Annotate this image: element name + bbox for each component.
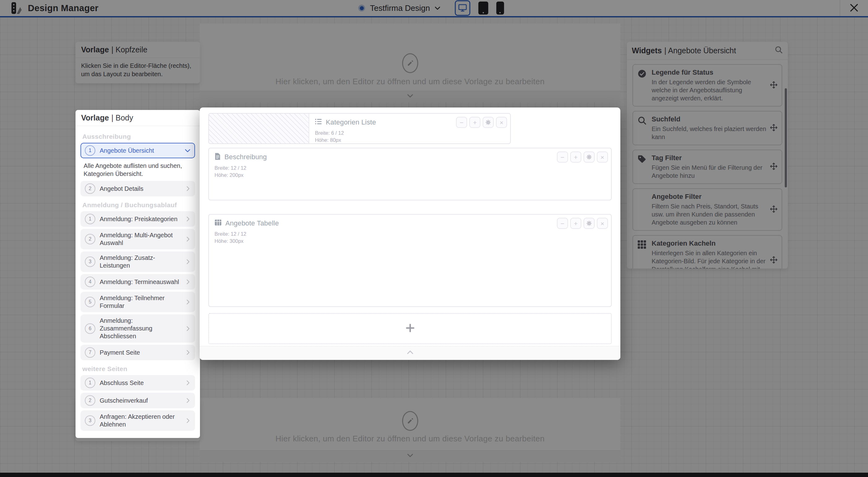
item-number: 1 [85,378,95,388]
block-controls: −+× [456,117,507,128]
layout-rows: Kategorien ListeBreite: 6 / 12Höhe: 80px… [208,113,612,307]
plus-icon [405,323,415,334]
block-height-label: Höhe: 300px [215,238,606,245]
remove-button[interactable]: × [597,151,608,162]
item-number: 2 [85,183,95,194]
layout-block-row[interactable]: BeschreibungBreite: 12 / 12Höhe: 200px−+… [208,148,612,200]
body-panel: Vorlage| Body Ausschreibung1Angebote Übe… [75,110,200,438]
block-width-label: Breite: 12 / 12 [215,231,606,238]
block-height-label: Höhe: 80px [315,137,504,144]
section-label: weitere Seiten [82,365,193,372]
settings-button[interactable] [584,151,595,162]
chevron-right-icon [185,380,191,386]
section-label: Ausschreibung [82,133,193,140]
item-label: Angebot Details [100,185,180,193]
item-number: 1 [85,214,95,224]
chevron-up-icon [406,348,414,358]
item-label: Anmeldung: Multi-Angebot Auswahl [100,231,180,247]
chevron-right-icon [185,349,191,356]
item-number: 4 [85,277,95,287]
sidebar-item[interactable]: 3Anmeldung: Zusatz-Leistungen [81,251,195,272]
add-block-row[interactable] [208,313,612,344]
item-number: 6 [85,323,95,334]
block-width-label: Breite: 12 / 12 [215,165,606,172]
item-label: Abschluss Seite [100,379,180,387]
chevron-right-icon [185,278,191,285]
block-offset-placeholder [209,114,309,143]
block-height-label: Höhe: 200px [215,172,606,179]
chevron-right-icon [185,185,191,192]
body-panel-title: Vorlage| Body [75,110,200,126]
item-description: Alle Angebote auflisten und suchen, Kate… [81,160,195,181]
item-number: 5 [85,297,95,307]
panel-title-brand: Vorlage [81,113,109,122]
document-icon [215,153,221,161]
chevron-right-icon [185,325,191,332]
table-icon [215,219,222,227]
chevron-right-icon [185,417,191,424]
settings-button[interactable] [584,218,595,229]
item-label: Anfragen: Akzeptieren oder Ablehnen [100,413,180,428]
decrease-width-button[interactable]: − [456,117,467,128]
sidebar-item[interactable]: 6Anmeldung: Zusammenfassung Abschliessen [81,315,195,342]
increase-width-button[interactable]: + [570,151,581,162]
decrease-width-button[interactable]: − [557,151,568,162]
chevron-right-icon [185,299,191,305]
item-label: Anmeldung: Preiskategorien [100,215,180,223]
layout-block-row[interactable]: Kategorien ListeBreite: 6 / 12Höhe: 80px… [208,113,511,144]
sidebar-item[interactable]: 1Abschluss Seite [81,375,195,391]
remove-button[interactable]: × [597,218,608,229]
layout-editor-modal: Kategorien ListeBreite: 6 / 12Höhe: 80px… [200,108,620,360]
item-number: 7 [85,347,95,358]
block-width-label: Breite: 6 / 12 [315,129,504,137]
block-title: Kategorien Liste [326,118,376,126]
panel-title-rest: | Body [112,113,133,122]
section-label: Anmeldung / Buchungsablauf [82,201,193,209]
block-title: Angebote Tabelle [225,219,279,227]
block-controls: −+× [557,218,608,229]
sidebar-item[interactable]: 7Payment Seite [81,345,195,360]
increase-width-button[interactable]: + [469,117,480,128]
sidebar-item[interactable]: 2Gutscheinverkauf [81,393,195,408]
settings-button[interactable] [483,117,494,128]
sidebar-item[interactable]: 1Angebote Übersicht [81,143,195,158]
item-label: Angebote Übersicht [100,147,180,154]
block-title: Beschreibung [224,153,267,161]
list-icon [315,118,322,126]
block-controls: −+× [557,151,608,162]
decrease-width-button[interactable]: − [557,218,568,229]
item-number: 3 [85,257,95,267]
item-number: 2 [85,234,95,244]
increase-width-button[interactable]: + [570,218,581,229]
sidebar-item[interactable]: 4Anmeldung: Termineauswahl [81,274,195,290]
chevron-right-icon [185,258,191,265]
sidebar-item[interactable]: 3Anfragen: Akzeptieren oder Ablehnen [81,410,195,431]
sidebar-item[interactable]: 1Anmeldung: Preiskategorien [81,211,195,227]
item-label: Payment Seite [100,349,180,357]
chevron-right-icon [185,397,191,404]
item-label: Gutscheinverkauf [100,397,180,405]
item-label: Anmeldung: Teilnehmer Formular [100,294,180,310]
item-label: Anmeldung: Zusatz-Leistungen [100,254,180,269]
body-panel-sections: Ausschreibung1Angebote ÜbersichtAlle Ang… [75,126,200,434]
modal-collapse-strip[interactable] [200,346,620,360]
item-label: Anmeldung: Termineauswahl [100,278,180,286]
item-number: 1 [85,145,95,156]
sidebar-item[interactable]: 2Anmeldung: Multi-Angebot Auswahl [81,229,195,249]
remove-button[interactable]: × [496,117,507,128]
sidebar-item[interactable]: 2Angebot Details [81,181,195,197]
chevron-down-icon [184,147,191,154]
item-number: 2 [85,395,95,406]
item-label: Anmeldung: Zusammenfassung Abschliessen [100,317,180,340]
chevron-right-icon [185,236,191,242]
chevron-right-icon [185,216,191,222]
sidebar-item[interactable]: 5Anmeldung: Teilnehmer Formular [81,292,195,312]
item-number: 3 [85,415,95,426]
layout-block-row[interactable]: Angebote TabelleBreite: 12 / 12Höhe: 300… [208,214,612,307]
